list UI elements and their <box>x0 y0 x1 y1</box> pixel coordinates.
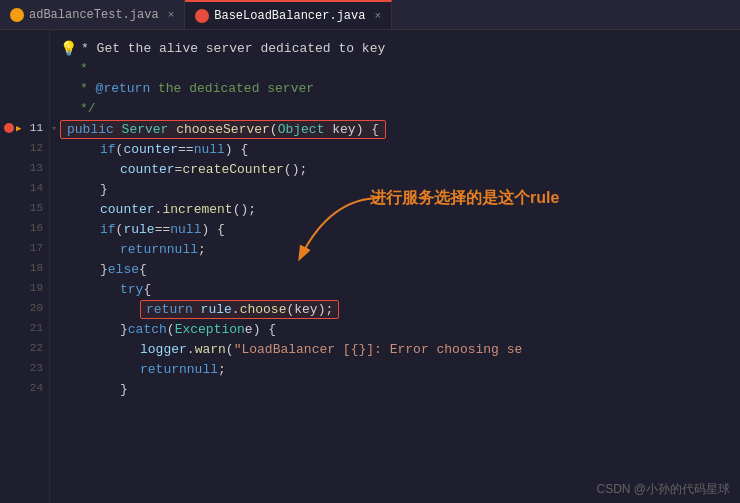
line-gutter: 11 ▾ 12 13 14 15 16 17 18 19 20 21 22 23… <box>0 30 50 503</box>
tab-label-2: BaseLoadBalancer.java <box>214 9 365 23</box>
code-line-return-null2: return null; <box>140 359 740 379</box>
code-line-try: try { <box>120 279 740 299</box>
tab-icon-2 <box>195 9 209 23</box>
code-line-method-signature: public Server chooseServer(Object key) { <box>60 119 740 139</box>
code-line-else: } else { <box>100 259 740 279</box>
tab-close-2[interactable]: × <box>374 10 381 22</box>
gutter-line: 13 <box>0 158 49 178</box>
tab-label-1: adBalanceTest.java <box>29 8 159 22</box>
tab-close-1[interactable]: × <box>168 9 175 21</box>
code-line-logger: logger.warn("LoadBalancer [{}]: Error ch… <box>140 339 740 359</box>
code-area: 11 ▾ 12 13 14 15 16 17 18 19 20 21 22 23… <box>0 30 740 503</box>
gutter-line: 20 <box>0 298 49 318</box>
code-line-increment: counter.increment(); <box>100 199 740 219</box>
gutter-line <box>0 78 49 98</box>
code-line-catch: } catch (Exception e) { <box>120 319 740 339</box>
code-line-return-rule: return rule.choose(key); <box>140 299 740 319</box>
code-line-close-catch: } <box>120 379 740 399</box>
gutter-line: 17 <box>0 238 49 258</box>
gutter-line <box>0 38 49 58</box>
tab-icon-1 <box>10 8 24 22</box>
code-line-if-rule: if (rule == null) { <box>100 219 740 239</box>
gutter-line: 12 <box>0 138 49 158</box>
watermark: CSDN @小孙的代码星球 <box>596 480 730 498</box>
bulb-icon: 💡 <box>60 40 77 57</box>
watermark-text: CSDN @小孙的代码星球 <box>596 482 730 496</box>
code-line-return-null1: return null; <box>120 239 740 259</box>
gutter-line: 15 <box>0 198 49 218</box>
code-line-close1: } <box>100 179 740 199</box>
gutter-line <box>0 98 49 118</box>
gutter-line: 14 <box>0 178 49 198</box>
code-editor[interactable]: 💡 * Get the alive server dedicated to ke… <box>50 30 740 503</box>
code-line-comment: * <box>60 58 740 78</box>
code-line-return-comment: * @return the dedicated server <box>60 78 740 98</box>
ide-window: adBalanceTest.java × BaseLoadBalancer.ja… <box>0 0 740 503</box>
gutter-line <box>0 58 49 78</box>
gutter-line: 16 <box>0 218 49 238</box>
gutter-line: 21 <box>0 318 49 338</box>
gutter-line: 23 <box>0 358 49 378</box>
code-line-bulb: 💡 * Get the alive server dedicated to ke… <box>60 38 740 58</box>
code-line-create-counter: counter = createCounter(); <box>120 159 740 179</box>
gutter-line: 22 <box>0 338 49 358</box>
tab-bar: adBalanceTest.java × BaseLoadBalancer.ja… <box>0 0 740 30</box>
code-line-comment-close: */ <box>60 98 740 118</box>
gutter-line: 19 <box>0 278 49 298</box>
gutter-line: 24 <box>0 378 49 398</box>
tab-1[interactable]: adBalanceTest.java × <box>0 0 185 29</box>
gutter-line: 18 <box>0 258 49 278</box>
code-line-if-counter: if (counter == null) { <box>100 139 740 159</box>
tab-2[interactable]: BaseLoadBalancer.java × <box>185 0 392 29</box>
gutter-line-breakpoint: 11 ▾ <box>0 118 49 138</box>
